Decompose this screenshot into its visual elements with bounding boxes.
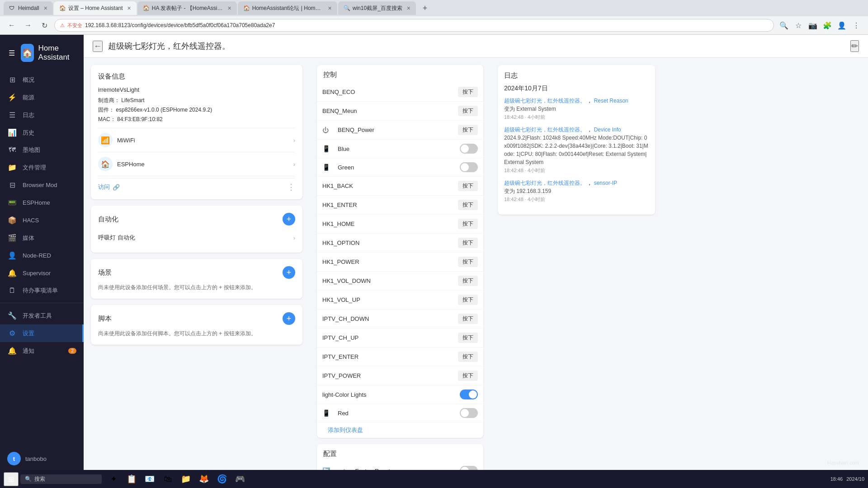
add-automation-button[interactable]: +	[283, 213, 295, 225]
forward-browser-button[interactable]: →	[22, 19, 34, 32]
sidebar-item-devtools[interactable]: 🔧 开发者工具	[0, 307, 84, 324]
profile-button[interactable]: 👤	[835, 19, 848, 32]
sidebar-item-todo[interactable]: 🗒 待办事项清单	[0, 282, 84, 299]
address-bar[interactable]: ⚠ 不安全 192.168.3.68:8123/config/devices/d…	[54, 19, 774, 32]
visit-link[interactable]: 访问 🔗	[98, 183, 120, 191]
sidebar-item-filemanager[interactable]: 📁 文件管理	[0, 159, 84, 176]
screenshot-button[interactable]: 📷	[807, 19, 819, 32]
sidebar-item-notifications[interactable]: 🔔 通知 2	[0, 342, 84, 360]
benq-eco-name: BENQ_ECO	[322, 89, 458, 95]
benq-meun-button[interactable]: 按下	[458, 106, 478, 116]
star-button[interactable]: ☆	[792, 19, 805, 32]
sidebar-item-map[interactable]: 🗺 墨地图	[0, 141, 84, 159]
benq-power-button[interactable]: 按下	[458, 125, 478, 135]
sidebar-item-media[interactable]: 🎬 媒体	[0, 229, 84, 247]
light-color-toggle[interactable]	[460, 389, 478, 399]
tab-ha-config[interactable]: 🏠 设置 – Home Assistant ×	[54, 1, 137, 15]
more-browser-button[interactable]: ⋮	[850, 19, 863, 32]
taskbar-app-folder[interactable]: 📁	[178, 472, 194, 486]
log-link-2a[interactable]: 超级碗七彩灯光，红外线遥控器。	[504, 127, 585, 133]
control-card: 控制 BENQ_ECO 按下 BENQ_Meun 按下 ⏻	[317, 65, 483, 438]
red-toggle[interactable]	[460, 408, 478, 418]
sidebar-item-nodered[interactable]: 👤 Node-RED	[0, 247, 84, 264]
iptv-ch-down-button[interactable]: 按下	[458, 314, 478, 324]
hk1-vol-up-button[interactable]: 按下	[458, 295, 478, 305]
taskbar-apps: ✦ 📋 📧 🛍 📁 🦊 🌀 🎮	[105, 472, 248, 486]
taskbar-app-mail[interactable]: 📧	[142, 472, 158, 486]
taskbar-search[interactable]: 🔍 搜索	[20, 474, 102, 484]
hk1-enter-button[interactable]: 按下	[458, 200, 478, 210]
iptv-power-button[interactable]: 按下	[458, 371, 478, 381]
automation-item-breathing[interactable]: 呼吸灯 自动化 ›	[98, 230, 295, 245]
sidebar-item-hacs[interactable]: 📦 HACS	[0, 211, 84, 229]
menu-toggle-button[interactable]: ☰	[7, 47, 16, 59]
iptv-enter-button[interactable]: 按下	[458, 352, 478, 362]
taskbar-app-edge[interactable]: 🌀	[214, 472, 230, 486]
sidebar-item-supervisor[interactable]: 🔔 Supervisor	[0, 264, 84, 282]
sidebar-item-energy[interactable]: ⚡ 能源	[0, 89, 84, 106]
add-scene-button[interactable]: +	[283, 266, 295, 279]
hk1-power-button[interactable]: 按下	[458, 257, 478, 267]
add-script-button[interactable]: +	[283, 312, 295, 325]
device-info-title: 设备信息	[98, 72, 295, 81]
sidebar-item-browsermod[interactable]: ⊟ Browser Mod	[0, 176, 84, 194]
tab-heimdall[interactable]: 🛡 Heimdall ×	[4, 1, 53, 15]
taskbar-app-gamepad[interactable]: 🎮	[232, 472, 248, 486]
iptv-ch-up-button[interactable]: 按下	[458, 333, 478, 343]
sidebar-item-settings[interactable]: ⚙ 设置	[0, 324, 84, 342]
tab-ha-forum[interactable]: 🏠 HomeAssistant论坛 | HomeKit论… ×	[238, 1, 337, 15]
sidebar-item-logbook[interactable]: ☰ 日志	[0, 106, 84, 124]
sidebar-item-overview[interactable]: ⊞ 概况	[0, 71, 84, 89]
nav-divider	[0, 303, 84, 303]
taskbar-app-task[interactable]: 📋	[123, 472, 140, 486]
hk1-back-button[interactable]: 按下	[458, 181, 478, 191]
start-button[interactable]: ⊞	[4, 472, 19, 486]
sidebar-item-history[interactable]: 📊 历史	[0, 124, 84, 141]
taskbar-app-widgets[interactable]: ✦	[105, 472, 122, 486]
esphome-chevron: ›	[293, 161, 295, 168]
tab-ha-social[interactable]: 🏠 HA 发表帖子 - 【HomeAssistant】标… ×	[137, 1, 237, 15]
benq-eco-button[interactable]: 按下	[458, 87, 478, 97]
control-iptv-ch-down: IPTV_CH_DOWN 按下	[317, 310, 483, 328]
back-button[interactable]: ←	[93, 41, 103, 52]
log-link-2b[interactable]: Device Info	[594, 127, 621, 133]
tab-close-ha[interactable]: ×	[127, 5, 131, 12]
tab-close-social[interactable]: ×	[228, 5, 231, 12]
log-link-1b[interactable]: Reset Reason	[594, 98, 628, 104]
log-link-3a[interactable]: 超级碗七彩灯光，红外线遥控器。	[504, 180, 585, 186]
sidebar-item-label-settings: 设置	[23, 329, 34, 338]
log-link-1a[interactable]: 超级碗七彩灯光，红外线遥控器。	[504, 98, 585, 104]
automation-chevron: ›	[293, 235, 295, 241]
notification-label: 通知	[23, 347, 34, 355]
config-factory-reset: 🔄 system-FactoryReset	[317, 462, 483, 470]
tab-close-win10[interactable]: ×	[407, 5, 410, 12]
more-device-button[interactable]: ⋮	[287, 182, 295, 192]
tab-win10[interactable]: 🔍 win10截屏_百度搜索 ×	[338, 1, 416, 15]
user-avatar[interactable]: t	[7, 452, 21, 465]
sidebar-logo: 🏠	[21, 44, 34, 62]
green-toggle[interactable]	[460, 162, 478, 172]
taskbar-app-firefox[interactable]: 🦊	[196, 472, 212, 486]
tab-close-heimdall[interactable]: ×	[44, 5, 47, 12]
factory-reset-toggle[interactable]	[460, 466, 478, 470]
taskbar-app-store[interactable]: 🛍	[160, 472, 176, 486]
new-tab-button[interactable]: +	[419, 2, 431, 14]
log-header: 日志	[504, 71, 649, 80]
blue-toggle[interactable]	[460, 144, 478, 154]
sidebar-item-esphome[interactable]: 📟 ESPHome	[0, 194, 84, 211]
search-button[interactable]: 🔍	[778, 19, 790, 32]
integration-esphome[interactable]: 🏠 ESPHome ›	[98, 152, 295, 176]
tab-close-forum[interactable]: ×	[328, 5, 332, 12]
reload-button[interactable]: ↻	[38, 19, 51, 32]
mac-value: 84:F3:EB:9F:10:82	[117, 116, 163, 122]
add-to-dashboard-link[interactable]: 添加到仪表盘	[322, 422, 368, 438]
edit-button[interactable]: ✏	[850, 40, 859, 52]
integration-miwifi[interactable]: 📶 MiWiFi ›	[98, 128, 295, 152]
log-link-3b[interactable]: sensor-IP	[594, 180, 617, 186]
extensions-button[interactable]: 🧩	[821, 19, 834, 32]
external-link-icon: 🔗	[113, 184, 120, 191]
back-browser-button[interactable]: ←	[5, 19, 18, 32]
hk1-home-button[interactable]: 按下	[458, 219, 478, 229]
hk1-vol-down-button[interactable]: 按下	[458, 276, 478, 286]
hk1-option-button[interactable]: 按下	[458, 238, 478, 248]
